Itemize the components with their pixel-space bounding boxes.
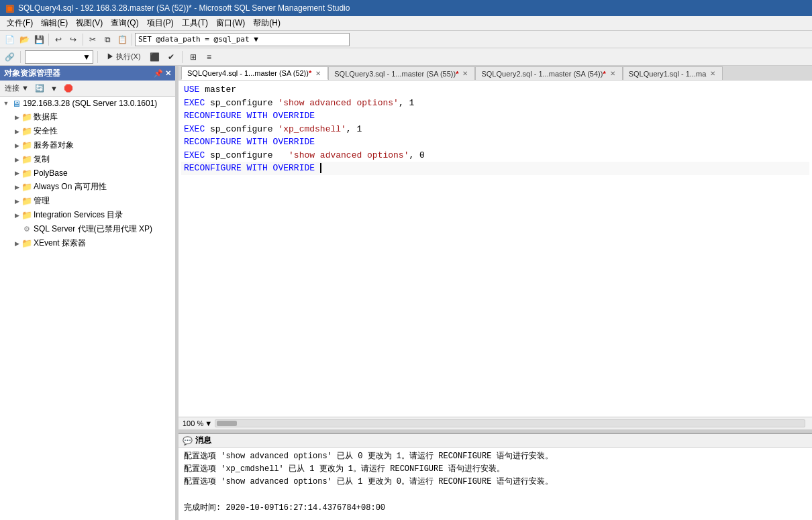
tree-item-management[interactable]: ▶ 📁 管理 [0,194,175,208]
folder-icon-mgmt: 📁 [21,196,32,207]
tree-label-xevent: XEvent 探索器 [34,238,86,249]
xe-expand-icon[interactable]: ▶ [12,239,21,248]
folder-icon-int: 📁 [21,210,32,221]
int-expand-icon[interactable]: ▶ [12,211,21,220]
menu-help[interactable]: 帮助(H) [249,17,285,30]
sep5 [97,51,98,63]
refresh-btn[interactable]: 🔄 [33,83,46,94]
tree-label-server-objects: 服务器对象 [34,140,74,151]
editor-line-6: EXEC sp_configure 'show advanced options… [181,149,809,162]
editor-area[interactable]: USE master EXEC sp_configure 'show advan… [179,81,812,417]
tree-server-node[interactable]: ▼ 🖥 192.168.3.28 (SQL Server 13.0.1601) [0,97,175,110]
tab-query4[interactable]: SQLQuery4.sql - 1...master (SA (52))* ✕ [181,66,328,80]
tree-item-server-objects[interactable]: ▶ 📁 服务器对象 [0,138,175,152]
zoom-dropdown[interactable]: ▼ [205,419,212,427]
tree-label-integration: Integration Services 目录 [34,209,123,221]
tab-query3-close[interactable]: ✕ [461,70,469,78]
tab-query4-close[interactable]: ✕ [314,69,322,77]
menu-file[interactable]: 文件(F) [3,17,37,30]
stop-btn[interactable]: ⬛ [148,50,162,64]
menu-query[interactable]: 查询(Q) [107,17,142,30]
tree-item-databases[interactable]: ▶ 📁 数据库 [0,110,175,124]
folder-icon-srvobj: 📁 [21,140,32,151]
sidebar-tree: ▼ 🖥 192.168.3.28 (SQL Server 13.0.1601) … [0,97,175,520]
sep6 [182,51,183,63]
tab-query3[interactable]: SQLQuery3.sql - 1...master (SA (55))* ✕ [328,66,475,80]
server-node-label: 192.168.3.28 (SQL Server 13.0.1601) [23,99,157,108]
agent-icon: ⚙ [21,224,32,235]
message-line-2: 配置选项 'xp_cmdshell' 已从 1 更改为 1。请运行 RECONF… [184,463,807,476]
tab-query2-close[interactable]: ✕ [609,70,617,78]
stop-connect-btn[interactable]: 🛑 [62,83,75,94]
db-dropdown-arrow[interactable]: ▼ [83,52,91,62]
paste-btn[interactable]: 📋 [115,33,129,46]
folder-icon-sec: 📁 [21,126,32,137]
new-query-btn[interactable]: 📄 [3,33,16,46]
filter-btn[interactable]: ▼ [48,83,60,94]
messages-icon: 💬 [183,436,193,446]
tree-item-replication[interactable]: ▶ 📁 复制 [0,152,175,166]
main-layout: 对象资源管理器 📌 ✕ 连接 ▼ 🔄 ▼ 🛑 ▼ 🖥 192.168.3.28 … [0,66,812,520]
zoom-bar: 100 % ▼ [179,417,812,430]
cursor [320,163,327,173]
copy-btn[interactable]: ⧉ [101,33,114,46]
tree-label-security: 安全性 [34,125,58,137]
menu-view[interactable]: 视图(V) [72,17,107,30]
db-selector-input[interactable]: master [28,52,81,62]
undo-btn[interactable]: ↩ [52,33,65,46]
folder-icon-poly: 📁 [21,168,32,178]
editor-line-1: USE master [181,83,809,97]
horizontal-scrollbar[interactable] [215,419,805,427]
tree-label-alwayson: Always On 高可用性 [34,181,107,193]
poly-expand-icon[interactable]: ▶ [12,168,21,178]
db-expand-icon[interactable]: ▶ [12,113,21,122]
content-area: SQLQuery4.sql - 1...master (SA (52))* ✕ … [179,66,812,520]
parse-btn[interactable]: ✔ [164,50,178,64]
tree-item-sqlagent[interactable]: ⚙ SQL Server 代理(已禁用代理 XP) [0,222,175,236]
db-selector-wrap[interactable]: master ▼ [25,50,93,64]
bottom-pane-header: 💬 消息 [179,434,812,448]
redo-btn[interactable]: ↪ [66,33,80,46]
tree-item-security[interactable]: ▶ 📁 安全性 [0,124,175,138]
open-btn[interactable]: 📂 [17,33,31,46]
app-logo: ▣ [5,3,14,13]
menu-project[interactable]: 项目(P) [143,17,178,30]
results-text-btn[interactable]: ≡ [203,50,216,64]
menu-window[interactable]: 窗口(W) [212,17,249,30]
editor-line-7: RECONFIGURE WITH OVERRIDE [181,162,809,175]
menu-tools[interactable]: 工具(T) [178,17,212,30]
tree-item-xevent[interactable]: ▶ 📁 XEvent 探索器 [0,236,175,250]
cut-btn[interactable]: ✂ [86,33,99,46]
tree-item-polybase[interactable]: ▶ 📁 PolyBase [0,166,175,180]
sec-expand-icon[interactable]: ▶ [12,127,21,136]
tab-bar: SQLQuery4.sql - 1...master (SA (52))* ✕ … [179,66,812,81]
rep-expand-icon[interactable]: ▶ [12,155,21,164]
sep3 [132,34,132,46]
tab-query3-label: SQLQuery3.sql - 1...master (SA (55))* [334,70,458,78]
tree-item-alwayson[interactable]: ▶ 📁 Always On 高可用性 [0,180,175,194]
sidebar-pin-icon[interactable]: 📌 ✕ [154,69,171,78]
server-expand-icon[interactable]: ▼ [1,99,11,108]
tab-query1-close[interactable]: ✕ [709,70,717,78]
window-title: SQLQuery4.sql - 192.168.3.28.master (SA … [18,3,350,13]
srvobj-expand-icon[interactable]: ▶ [12,141,21,150]
ao-expand-icon[interactable]: ▶ [12,183,21,192]
sql-command-input[interactable]: SET @data_path = @sql_pat ▼ [135,33,350,46]
tree-label-databases: 数据库 [34,111,58,123]
tab-query1-label: SQLQuery1.sql - 1...ma [629,70,707,78]
tab-query2[interactable]: SQLQuery2.sql - 1...master (SA (54))* ✕ [475,66,622,80]
connect-btn[interactable]: 🔗 [3,50,16,64]
message-completion: 完成时间: 2020-10-09T16:27:14.4376784+08:00 [184,502,807,515]
tab-query1[interactable]: SQLQuery1.sql - 1...ma ✕ [623,66,723,80]
connect-new-btn[interactable]: 连接 ▼ [3,82,31,95]
zoom-level[interactable]: 100 % [183,419,203,427]
tree-item-integration[interactable]: ▶ 📁 Integration Services 目录 [0,208,175,222]
save-btn[interactable]: 💾 [32,33,46,46]
execute-btn[interactable]: ▶ 执行(X) [102,50,146,64]
tree-label-polybase: PolyBase [34,168,68,178]
menu-edit[interactable]: 编辑(E) [37,17,72,30]
results-grid-btn[interactable]: ⊞ [187,50,200,64]
messages-content: 配置选项 'show advanced options' 已从 0 更改为 1。… [179,448,812,520]
mgmt-expand-icon[interactable]: ▶ [12,197,21,206]
server-icon: 🖥 [11,98,21,109]
